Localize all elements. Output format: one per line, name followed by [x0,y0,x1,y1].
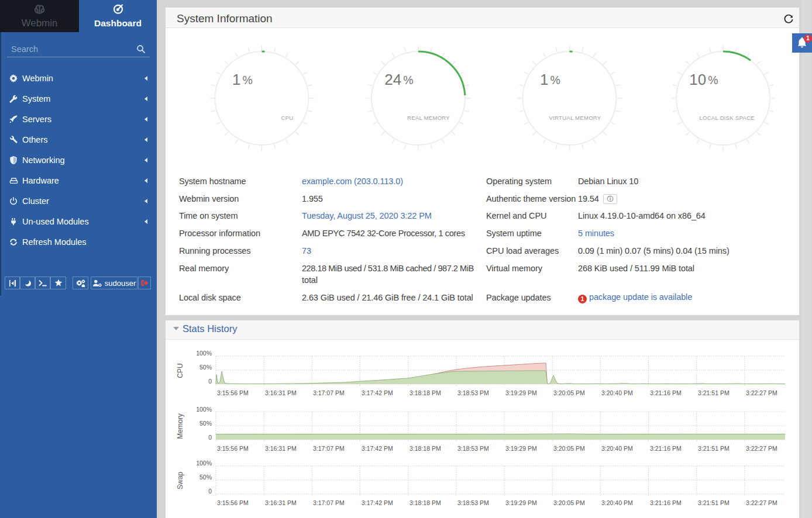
svg-text:CPU: CPU [281,115,294,121]
svg-text:LOCAL DISK SPACE: LOCAL DISK SPACE [699,115,755,121]
svg-text:REAL MEMORY: REAL MEMORY [407,115,450,121]
svg-text:VIRTUAL MEMORY: VIRTUAL MEMORY [549,115,601,121]
